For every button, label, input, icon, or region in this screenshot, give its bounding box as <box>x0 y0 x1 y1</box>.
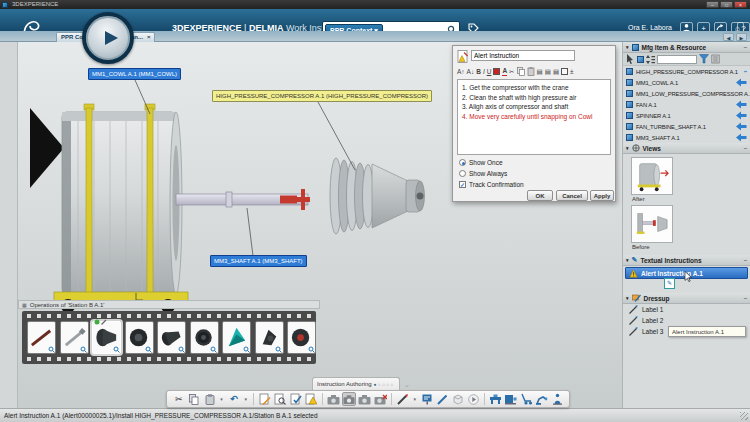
panel-scroll-left[interactable]: ◀ <box>723 33 734 41</box>
tree-item[interactable]: SPINNER A.1 <box>623 110 750 121</box>
zoom-icon[interactable] <box>243 346 250 353</box>
zoom-icon[interactable] <box>48 346 55 353</box>
show-always-option[interactable]: Show Always <box>459 170 507 177</box>
assign-arrow-icon[interactable] <box>736 100 747 109</box>
assign-arrow-icon[interactable] <box>736 122 747 131</box>
validate-instruction-tool[interactable] <box>289 392 302 406</box>
user-name[interactable]: Ora E. Labora <box>628 24 672 31</box>
settings-icon[interactable] <box>711 54 720 64</box>
section-collapse-dash[interactable]: – <box>744 257 747 263</box>
operation-thumbnail[interactable] <box>287 321 316 354</box>
section-page-dots[interactable]: ● ○ ○ ○ ○ <box>374 382 394 387</box>
operation-thumbnail[interactable] <box>255 321 284 354</box>
paste-tool[interactable] <box>203 392 216 406</box>
select-cursor-icon[interactable] <box>626 54 635 64</box>
views-section-header[interactable]: ▾ Views – <box>623 143 750 154</box>
dressup-item[interactable]: Label 1 <box>623 304 750 315</box>
tab-close-icon[interactable]: × <box>147 32 151 42</box>
capture-tool-3[interactable] <box>358 392 371 406</box>
paste-dropdown[interactable]: ▾ <box>218 392 225 406</box>
dark-cone-part[interactable] <box>30 108 64 188</box>
section-expand-chevron[interactable]: ⌄ <box>404 381 410 389</box>
page-dot[interactable]: ○ <box>382 382 385 387</box>
radio-show-once[interactable] <box>459 159 466 166</box>
tree-item[interactable]: FAN A.1 <box>623 99 750 110</box>
pencil-annotation-tool[interactable] <box>436 392 449 406</box>
assign-arrow-icon[interactable] <box>736 133 747 142</box>
ok-button[interactable]: OK <box>527 190 553 201</box>
copy-icon[interactable] <box>517 67 525 76</box>
instruction-text-area[interactable]: 1. Get the compressor with the crane 2. … <box>457 79 611 155</box>
marker-dropdown[interactable]: ▾ <box>411 392 418 406</box>
alert-instruction-item-selected[interactable]: Alert Instruction A.1 <box>625 267 748 279</box>
maximize-button[interactable]: □ <box>720 1 733 8</box>
robot-resource-tool[interactable] <box>535 392 548 406</box>
capture-tool-1[interactable] <box>327 392 340 406</box>
3dcompass[interactable] <box>82 12 134 64</box>
list-icon[interactable]: ± <box>570 67 574 76</box>
assign-arrow-icon[interactable] <box>744 67 747 76</box>
workbench-resource-tool[interactable] <box>489 392 502 406</box>
tree-item[interactable]: HIGH_PRESSURE_COMPRESSOR A.1 <box>623 66 750 77</box>
worker-resource-tool[interactable] <box>550 392 563 406</box>
collapse-icon[interactable]: ▾ <box>626 145 629 151</box>
close-button[interactable]: × <box>734 1 747 8</box>
dressup-item[interactable]: Label 2 <box>623 315 750 326</box>
zoom-icon[interactable] <box>308 346 315 353</box>
before-view-thumbnail[interactable] <box>631 205 673 243</box>
collapse-icon[interactable]: ▾ <box>626 44 629 50</box>
page-dot-active[interactable]: ● <box>374 382 377 387</box>
cart-resource-tool[interactable] <box>520 392 533 406</box>
zoom-icon[interactable] <box>178 346 185 353</box>
authoring-section-tab[interactable]: Instruction Authoring ● ○ ○ ○ ○ <box>312 377 400 390</box>
align-center-icon[interactable]: ▤ <box>545 67 551 76</box>
zoom-icon[interactable] <box>210 346 217 353</box>
tree-item[interactable]: FAN_TURBINE_SHAFT A.1 <box>623 121 750 132</box>
italic-icon[interactable]: I <box>483 67 485 76</box>
edit-view-button[interactable]: ✎ <box>664 278 675 289</box>
assign-arrow-icon[interactable] <box>736 111 747 120</box>
operation-thumbnail[interactable] <box>157 321 186 354</box>
capture-tool-2-active[interactable] <box>342 392 356 406</box>
show-once-option[interactable]: Show Once <box>459 159 503 166</box>
paste-icon[interactable] <box>527 67 535 76</box>
font-decrease-icon[interactable]: A↓ <box>467 67 475 76</box>
no-color-swatch[interactable] <box>561 68 568 75</box>
highlight-color-swatch[interactable] <box>493 68 500 75</box>
align-right-icon[interactable]: ▤ <box>553 67 559 76</box>
shaft-part[interactable] <box>176 189 310 210</box>
tree-item[interactable]: MM1_COWL A.1 <box>623 77 750 88</box>
zoom-icon[interactable] <box>275 346 282 353</box>
bold-icon[interactable]: B <box>476 67 481 76</box>
radio-show-always[interactable] <box>459 170 466 177</box>
page-dot[interactable]: ○ <box>378 382 381 387</box>
tree-filter-input[interactable] <box>657 55 697 64</box>
collapse-icon[interactable]: ▾ <box>626 257 629 263</box>
3d-box-tool[interactable] <box>451 392 464 406</box>
zoom-icon[interactable] <box>145 346 152 353</box>
page-dot[interactable]: ○ <box>391 382 394 387</box>
checkbox-track-confirmation[interactable]: ✓ <box>459 181 466 188</box>
zoom-icon[interactable] <box>80 346 87 353</box>
tree-item[interactable]: MM3_SHAFT A.1 <box>623 132 750 143</box>
track-confirmation-option[interactable]: ✓ Track Confirmation <box>459 181 524 188</box>
sort-icon[interactable] <box>646 55 655 64</box>
undo-dropdown[interactable]: ▾ <box>242 392 249 406</box>
dressup-section-header[interactable]: ▾ Dressup – <box>623 293 750 304</box>
callout-compressor[interactable]: HIGH_PRESSURE_COMPRESSOR A.1 (HIGH_PRESS… <box>212 90 432 102</box>
marker-tool[interactable] <box>396 392 409 406</box>
operation-thumbnail[interactable] <box>60 321 89 354</box>
operations-panel-header[interactable]: ▦ Operations of 'Station B A.1' <box>18 300 320 309</box>
section-collapse-dash[interactable]: – <box>744 44 747 50</box>
section-collapse-dash[interactable]: – <box>744 145 747 151</box>
assign-arrow-icon[interactable] <box>736 78 747 87</box>
underline-icon[interactable]: U <box>487 67 492 76</box>
more-tools-button[interactable] <box>466 392 479 406</box>
compressor-part[interactable] <box>330 158 425 234</box>
page-dot[interactable]: ○ <box>386 382 389 387</box>
filter-funnel-icon[interactable] <box>699 54 709 64</box>
panel-scroll-right[interactable]: ▶ <box>736 33 747 41</box>
instruction-title-input[interactable] <box>471 50 575 61</box>
undo-tool[interactable]: ↶ <box>227 392 240 406</box>
preview-instruction-tool[interactable] <box>274 392 287 406</box>
